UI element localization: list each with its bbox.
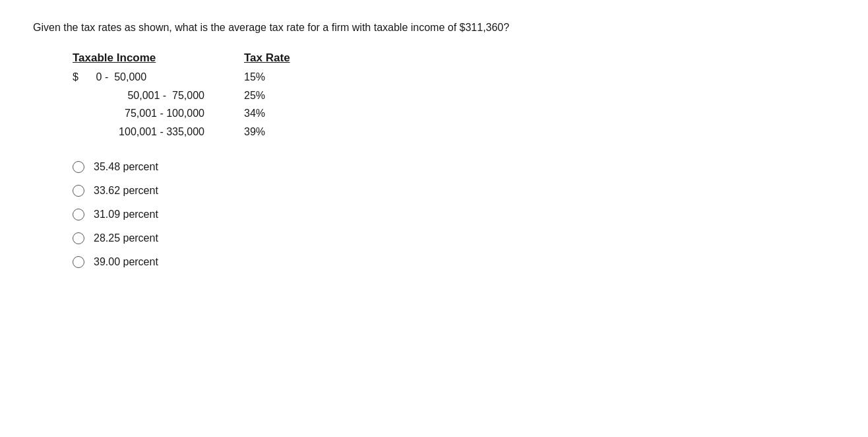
- income-row-4: 100,001 - 335,000: [73, 123, 204, 141]
- option-b-label: 33.62 percent: [94, 185, 158, 197]
- income-range-2: 50,001 - 75,000: [73, 87, 204, 104]
- option-b[interactable]: 33.62 percent: [73, 185, 835, 197]
- rate-value-2: 25%: [244, 87, 265, 104]
- income-row-3: 75,001 - 100,000: [73, 105, 204, 122]
- radio-a[interactable]: [73, 161, 84, 173]
- income-range-1: $ 0 - 50,000: [73, 69, 204, 86]
- option-d-label: 28.25 percent: [94, 232, 158, 244]
- option-d[interactable]: 28.25 percent: [73, 232, 835, 244]
- rate-column-header: Tax Rate: [244, 51, 290, 65]
- radio-d[interactable]: [73, 232, 84, 244]
- option-a[interactable]: 35.48 percent: [73, 161, 835, 173]
- rate-row-3: 34%: [244, 105, 290, 122]
- income-row-2: 50,001 - 75,000: [73, 87, 204, 104]
- rate-row-2: 25%: [244, 87, 290, 104]
- income-row-1: $ 0 - 50,000: [73, 69, 204, 86]
- question-text: Given the tax rates as shown, what is th…: [33, 20, 835, 36]
- rate-value-1: 15%: [244, 69, 265, 86]
- option-e-label: 39.00 percent: [94, 256, 158, 268]
- tax-table: Taxable Income $ 0 - 50,000 50,001 - 75,…: [73, 51, 835, 141]
- radio-b[interactable]: [73, 185, 84, 197]
- radio-e[interactable]: [73, 256, 84, 268]
- income-range-3: 75,001 - 100,000: [73, 105, 204, 122]
- income-range-4: 100,001 - 335,000: [73, 123, 204, 141]
- rate-value-3: 34%: [244, 105, 265, 122]
- option-c-label: 31.09 percent: [94, 209, 158, 220]
- income-column: Taxable Income $ 0 - 50,000 50,001 - 75,…: [73, 51, 204, 141]
- income-column-header: Taxable Income: [73, 51, 204, 65]
- rate-row-1: 15%: [244, 69, 290, 86]
- rate-column: Tax Rate 15% 25% 34% 39%: [244, 51, 290, 141]
- radio-c[interactable]: [73, 209, 84, 220]
- answer-options: 35.48 percent 33.62 percent 31.09 percen…: [73, 161, 835, 268]
- option-c[interactable]: 31.09 percent: [73, 209, 835, 220]
- rate-value-4: 39%: [244, 123, 265, 141]
- option-e[interactable]: 39.00 percent: [73, 256, 835, 268]
- option-a-label: 35.48 percent: [94, 161, 158, 173]
- rate-row-4: 39%: [244, 123, 290, 141]
